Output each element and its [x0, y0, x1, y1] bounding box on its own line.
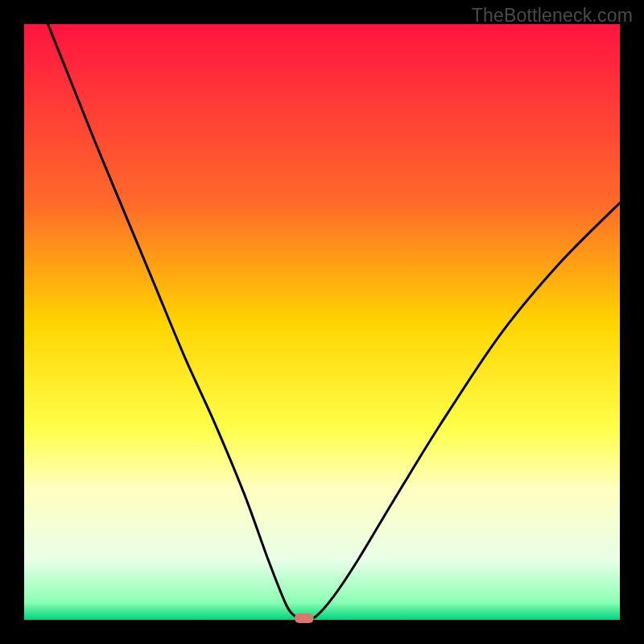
minimum-marker: [295, 613, 314, 623]
watermark-label: TheBottleneck.com: [472, 5, 633, 27]
chart-frame: TheBottleneck.com: [0, 0, 644, 644]
gradient-background: [24, 24, 620, 620]
bottleneck-chart: [0, 0, 644, 644]
